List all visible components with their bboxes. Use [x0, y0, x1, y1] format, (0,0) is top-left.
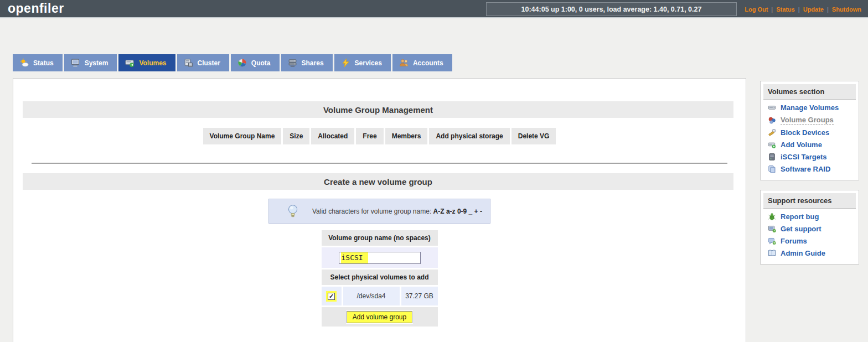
server-icon	[768, 153, 776, 161]
openfiler-logo: openfiler	[8, 1, 64, 16]
drive-sync-icon	[125, 58, 135, 68]
sidebar-support-title: Support resources	[763, 193, 856, 209]
drive-add-icon	[768, 141, 776, 149]
vg-name-header: Volume group name (no spaces)	[322, 230, 438, 246]
sidebar-item-label: iSCSI Targets	[781, 153, 827, 161]
tab-label: System	[85, 59, 108, 67]
tab-cluster[interactable]: Cluster	[177, 54, 229, 71]
content-panel: Volume Group Management Volume Group Nam…	[13, 78, 746, 342]
sidebar-item-label: Add Volume	[781, 141, 822, 149]
hint-prefix: Valid characters for volume group name:	[312, 208, 433, 215]
hint-valid-chars: A-Z a-z 0-9 _ + -	[433, 208, 482, 215]
tab-shares[interactable]: Shares	[281, 54, 333, 71]
create-vg-title: Create a new volume group	[23, 173, 733, 190]
physical-volume-checkbox[interactable]: ✓	[326, 291, 337, 302]
sidebar-item-software-raid[interactable]: Software RAID	[768, 165, 859, 173]
sun-cloud-icon	[19, 58, 29, 68]
select-volumes-header: Select physical volumes to add	[322, 270, 438, 285]
sidebar-support-section: Support resources Report bugGet supportF…	[760, 190, 859, 265]
tab-services[interactable]: Services	[334, 54, 391, 71]
raid-pages-icon	[768, 165, 776, 173]
sidebar-item-iscsi-targets[interactable]: iSCSI Targets	[768, 153, 859, 161]
support-icon	[768, 225, 776, 233]
tab-label: Quota	[251, 59, 271, 67]
vg-name-input-row	[322, 247, 438, 268]
tab-label: Accounts	[413, 59, 443, 67]
top-bar: openfiler 10:44:05 up 1:00, 0 users, loa…	[0, 0, 868, 18]
bug-icon	[768, 213, 776, 221]
sidebar-item-label: Get support	[781, 225, 822, 233]
sidebar-item-admin-guide[interactable]: Admin Guide	[768, 249, 859, 257]
link-separator: |	[771, 6, 773, 13]
sidebar-item-label: Manage Volumes	[781, 103, 839, 112]
monitor-icon	[71, 58, 80, 68]
volume-checkbox-cell: ✓	[322, 287, 342, 305]
volume-size: 37.27 GB	[401, 287, 438, 305]
sidebar-item-manage-volumes[interactable]: Manage Volumes	[768, 103, 859, 112]
create-vg-form: Volume group name (no spaces) Select phy…	[322, 230, 438, 327]
column-header-add-physical-storage: Add physical storage	[429, 128, 509, 144]
pie-chart-icon	[237, 58, 247, 68]
sidebar-item-block-devices[interactable]: Block Devices	[768, 128, 859, 137]
volume-group-name-input[interactable]	[339, 252, 421, 264]
sidebar-item-add-volume[interactable]: Add Volume	[768, 141, 859, 149]
tab-quota[interactable]: Quota	[231, 54, 280, 71]
tab-label: Cluster	[198, 59, 220, 67]
link-separator: |	[798, 6, 800, 13]
sidebar-volumes-section: Volumes section Manage VolumesVolume Gro…	[760, 81, 859, 180]
lightning-icon	[341, 58, 350, 68]
tab-label: Volumes	[139, 59, 166, 67]
sidebar-item-label: Report bug	[781, 213, 819, 221]
tab-label: Status	[33, 59, 54, 67]
physical-volume-row: ✓ /dev/sda4 37.27 GB	[322, 287, 438, 305]
sidebar-item-label: Block Devices	[781, 128, 829, 137]
hint-text: Valid characters for volume group name: …	[312, 208, 482, 215]
tab-system[interactable]: System	[64, 54, 117, 71]
shares-icon	[288, 58, 297, 68]
column-header-delete-vg: Delete VG	[512, 128, 556, 144]
column-header-free: Free	[356, 128, 383, 144]
book-icon	[768, 249, 776, 257]
drive-icon	[768, 103, 776, 112]
vg-table-header-row: Volume Group NameSizeAllocatedFreeMember…	[13, 128, 746, 144]
sidebar-item-report-bug[interactable]: Report bug	[768, 213, 859, 221]
section-divider	[32, 163, 727, 164]
submit-row: Add volume group	[322, 307, 438, 327]
tab-accounts[interactable]: Accounts	[392, 54, 452, 71]
sidebar-item-forums[interactable]: Forums	[768, 237, 859, 245]
top-links: Log Out|Status|Update|Shutdown	[745, 0, 861, 18]
uptime-status: 10:44:05 up 1:00, 0 users, load average:…	[486, 2, 737, 16]
forum-icon	[768, 237, 776, 245]
spheres-icon	[768, 116, 776, 125]
toplink-update[interactable]: Update	[803, 6, 824, 13]
toplink-log-out[interactable]: Log Out	[745, 6, 768, 13]
toplink-shutdown[interactable]: Shutdown	[832, 6, 861, 13]
column-header-size: Size	[283, 128, 309, 144]
tab-label: Shares	[302, 59, 324, 67]
cluster-icon	[184, 58, 193, 68]
checkmark-icon: ✓	[328, 293, 335, 300]
sidebar-item-label: Volume Groups	[781, 116, 834, 125]
sidebar-item-label: Forums	[781, 237, 807, 245]
link-separator: |	[827, 6, 829, 13]
sidebar-item-label: Software RAID	[781, 165, 830, 173]
sidebar-item-label: Admin Guide	[781, 249, 825, 257]
toplink-status[interactable]: Status	[776, 6, 795, 13]
sidebar-item-volume-groups[interactable]: Volume Groups	[768, 116, 859, 125]
volume-device-name: /dev/sda4	[343, 287, 400, 305]
sidebar-volumes-title: Volumes section	[763, 84, 856, 100]
tab-volumes[interactable]: Volumes	[118, 54, 175, 71]
light-bulb-icon	[286, 204, 300, 219]
tab-status[interactable]: Status	[13, 54, 63, 71]
column-header-allocated: Allocated	[311, 128, 354, 144]
tab-label: Services	[355, 59, 382, 67]
tab-bar: StatusSystemVolumesClusterQuotaSharesSer…	[13, 54, 452, 71]
column-header-volume-group-name: Volume Group Name	[203, 128, 282, 144]
page-title-volume-group-management: Volume Group Management	[23, 101, 733, 118]
sidebar-item-get-support[interactable]: Get support	[768, 225, 859, 233]
column-header-members: Members	[385, 128, 428, 144]
people-icon	[399, 58, 409, 68]
hint-box: Valid characters for volume group name: …	[268, 199, 490, 224]
wrench-icon	[768, 128, 776, 137]
add-volume-group-button[interactable]: Add volume group	[347, 311, 412, 323]
